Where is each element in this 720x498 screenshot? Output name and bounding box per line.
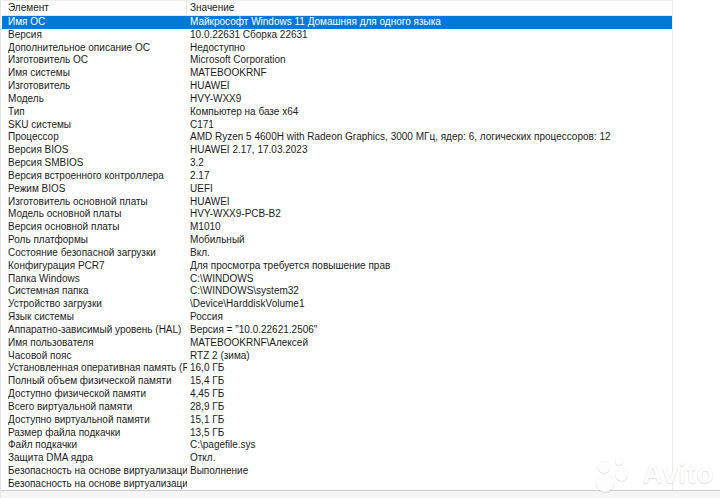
row-label: Файл подкачки: [8, 439, 187, 452]
row-label: Версия: [8, 29, 187, 42]
row-value: 3.2: [190, 157, 670, 170]
table-row[interactable]: Файл подкачки C:\pagefile.sys: [2, 439, 672, 452]
row-value: 10.0.22631 Сборка 22631: [190, 29, 670, 42]
row-label: Защита DMA ядра: [8, 452, 187, 465]
table-row[interactable]: Режим BIOS UEFI: [2, 183, 672, 196]
table-row[interactable]: Устройство загрузки \Device\HarddiskVolu…: [2, 298, 672, 311]
table-row[interactable]: Изготовитель основной платы HUAWEI: [2, 196, 672, 209]
row-value: 28,9 ГБ: [190, 401, 670, 414]
row-label: Версия BIOS: [8, 144, 187, 157]
row-label: Полный объем физической памяти: [8, 375, 187, 388]
row-value: RTZ 2 (зима): [190, 350, 670, 363]
row-label: Устройство загрузки: [8, 298, 187, 311]
table-row[interactable]: Безопасность на основе виртуализации Вып…: [2, 465, 672, 478]
system-info-rows: Имя ОС Майкрософт Windows 11 Домашняя дл…: [2, 16, 672, 490]
table-row[interactable]: Версия SMBIOS 3.2: [2, 157, 672, 170]
table-row[interactable]: Доступно виртуальной памяти 15,1 ГБ: [2, 414, 672, 427]
row-value: \Device\HarddiskVolume1: [190, 298, 670, 311]
row-label: Режим BIOS: [8, 183, 187, 196]
row-value: C:\WINDOWS\system32: [190, 285, 670, 298]
row-label: Папка Windows: [8, 273, 187, 286]
table-row[interactable]: Роль платформы Мобильный: [2, 234, 672, 247]
table-row[interactable]: Версия 10.0.22631 Сборка 22631: [2, 29, 672, 42]
table-row[interactable]: Модель основной платы HVY-WXX9-PCB-B2: [2, 208, 672, 221]
row-value: HUAWEI: [190, 80, 670, 93]
row-label: Часовой пояс: [8, 350, 187, 363]
row-label: Имя пользователя: [8, 337, 187, 350]
table-row[interactable]: Безопасность на основе виртуализации: об…: [2, 478, 672, 490]
column-header-element[interactable]: Элемент: [2, 1, 186, 15]
row-value: Компьютер на базе x64: [190, 106, 670, 119]
row-value: Версия = "10.0.22621.2506": [190, 324, 670, 337]
table-row[interactable]: SKU системы C171: [2, 119, 672, 132]
column-header-value[interactable]: Значение: [186, 1, 672, 15]
row-value: Вкл.: [190, 247, 670, 260]
row-value: UEFI: [190, 183, 670, 196]
row-value: HUAWEI: [190, 196, 670, 209]
table-row[interactable]: Доступно физической памяти 4,45 ГБ: [2, 388, 672, 401]
table-row[interactable]: Конфигурация PCR7 Для просмотра требуетс…: [2, 260, 672, 273]
row-value: 15,1 ГБ: [190, 414, 670, 427]
row-label: Имя ОС: [8, 16, 187, 29]
row-value: MATEBOOKRNF\Алексей: [190, 337, 670, 350]
row-value: C171: [190, 119, 670, 132]
row-value: HVY-WXX9: [190, 93, 670, 106]
row-value: Откл.: [190, 452, 670, 465]
table-row[interactable]: Тип Компьютер на базе x64: [2, 106, 672, 119]
row-label: Изготовитель ОС: [8, 54, 187, 67]
table-row[interactable]: Размер файла подкачки 13,5 ГБ: [2, 427, 672, 440]
row-value: 13,5 ГБ: [190, 427, 670, 440]
row-value: C:\pagefile.sys: [190, 439, 670, 452]
table-row[interactable]: Версия основной платы M1010: [2, 221, 672, 234]
table-row[interactable]: Версия встроенного контроллера 2.17: [2, 170, 672, 183]
row-label: Доступно виртуальной памяти: [8, 414, 187, 427]
row-label: Размер файла подкачки: [8, 427, 187, 440]
table-row[interactable]: Имя пользователя MATEBOOKRNF\Алексей: [2, 337, 672, 350]
row-label: Язык системы: [8, 311, 187, 324]
table-row[interactable]: Всего виртуальной памяти 28,9 ГБ: [2, 401, 672, 414]
row-value: 15,4 ГБ: [190, 375, 670, 388]
table-row[interactable]: Имя ОС Майкрософт Windows 11 Домашняя дл…: [2, 16, 672, 29]
row-value: Мобильный: [190, 234, 670, 247]
table-row[interactable]: Язык системы Россия: [2, 311, 672, 324]
table-row[interactable]: Модель HVY-WXX9: [2, 93, 672, 106]
row-value: AMD Ryzen 5 4600H with Radeon Graphics, …: [190, 131, 670, 144]
row-label: Аппаратно-зависимый уровень (HAL): [8, 324, 187, 337]
row-value: Недоступно: [190, 42, 670, 55]
row-label: Тип: [8, 106, 187, 119]
row-value: C:\WINDOWS: [190, 273, 670, 286]
table-row[interactable]: Изготовитель HUAWEI: [2, 80, 672, 93]
table-row[interactable]: Полный объем физической памяти 15,4 ГБ: [2, 375, 672, 388]
table-row[interactable]: Версия BIOS HUAWEI 2.17, 17.03.2023: [2, 144, 672, 157]
table-row[interactable]: Часовой пояс RTZ 2 (зима): [2, 350, 672, 363]
table-row[interactable]: Состояние безопасной загрузки Вкл.: [2, 247, 672, 260]
table-row[interactable]: Защита DMA ядра Откл.: [2, 452, 672, 465]
row-label: Конфигурация PCR7: [8, 260, 187, 273]
row-label: Версия SMBIOS: [8, 157, 187, 170]
row-label: Модель: [8, 93, 187, 106]
table-row[interactable]: Имя системы MATEBOOKRNF: [2, 67, 672, 80]
table-row[interactable]: Системная папка C:\WINDOWS\system32: [2, 285, 672, 298]
table-row[interactable]: Изготовитель ОС Microsoft Corporation: [2, 54, 672, 67]
row-value: Майкрософт Windows 11 Домашняя для одног…: [190, 16, 670, 29]
row-label: Состояние безопасной загрузки: [8, 247, 187, 260]
row-label: Процессор: [8, 131, 187, 144]
row-value: M1010: [190, 221, 670, 234]
row-value: HUAWEI 2.17, 17.03.2023: [190, 144, 670, 157]
row-label: Всего виртуальной памяти: [8, 401, 187, 414]
system-info-window: Элемент Значение Имя ОС Майкрософт Windo…: [0, 0, 720, 498]
table-row[interactable]: Дополнительное описание ОС Недоступно: [2, 42, 672, 55]
row-value: 4,45 ГБ: [190, 388, 670, 401]
row-label: Доступно физической памяти: [8, 388, 187, 401]
table-row[interactable]: Процессор AMD Ryzen 5 4600H with Radeon …: [2, 131, 672, 144]
table-row[interactable]: Папка Windows C:\WINDOWS: [2, 273, 672, 286]
table-row[interactable]: Аппаратно-зависимый уровень (HAL) Версия…: [2, 324, 672, 337]
row-label: Установленная оперативная память (RAM): [8, 362, 187, 375]
row-label: Изготовитель: [8, 80, 187, 93]
row-label: SKU системы: [8, 119, 187, 132]
row-value: Выполнение: [190, 465, 670, 478]
row-value: Для просмотра требуется повышение прав: [190, 260, 670, 273]
table-row[interactable]: Установленная оперативная память (RAM) 1…: [2, 362, 672, 375]
row-label: Системная папка: [8, 285, 187, 298]
list-header: Элемент Значение: [2, 1, 672, 16]
